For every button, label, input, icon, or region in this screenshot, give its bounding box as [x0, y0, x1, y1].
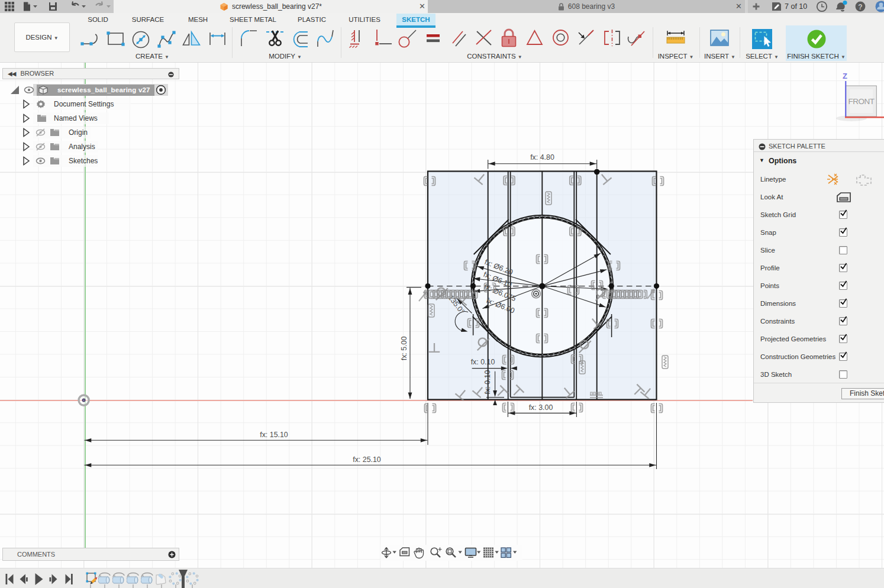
svg-text:Z: Z	[843, 72, 847, 80]
svg-text:7 of 10: 7 of 10	[785, 2, 807, 11]
svg-text:FRONT: FRONT	[848, 97, 875, 106]
svg-text:?: ?	[858, 3, 862, 11]
